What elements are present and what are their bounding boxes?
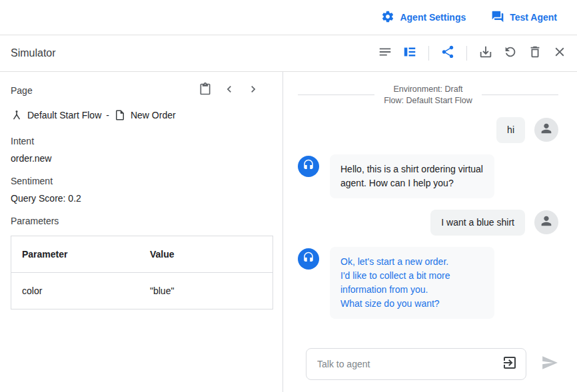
headset-icon [302, 252, 314, 266]
simulator-toolbar [377, 45, 568, 61]
test-agent-button[interactable]: Test Agent [491, 10, 557, 25]
user-message-bubble: I want a blue shirt [430, 210, 525, 236]
environment-flow: Flow: Default Start Flow [384, 95, 472, 106]
enter-input-icon [502, 355, 518, 373]
send-icon [541, 354, 558, 374]
user-avatar [534, 118, 558, 142]
page-file-icon [114, 109, 126, 121]
chat-message-agent: Ok, let's start a new order. I'd like to… [298, 247, 558, 319]
close-simulator-button[interactable] [552, 45, 568, 61]
trash-icon [528, 45, 542, 62]
settings-gear-icon [381, 10, 394, 25]
chevron-left-icon [223, 83, 236, 98]
page-label: Page [11, 85, 199, 96]
notes-icon [378, 45, 392, 62]
split-view-button[interactable] [402, 45, 418, 61]
sentiment-label: Sentiment [11, 176, 272, 186]
turn-details-panel: Page [0, 72, 283, 392]
page-actions [199, 83, 272, 98]
notes-view-button[interactable] [377, 45, 393, 61]
chat-bubbles-icon [491, 10, 504, 25]
submit-input-button[interactable] [502, 355, 518, 373]
chat-message-agent: Hello, this is a shirt ordering virtual … [298, 154, 558, 198]
user-message-bubble: hi [496, 117, 525, 143]
breadcrumb-flow-name[interactable]: Default Start Flow [27, 110, 101, 120]
graph-icon [440, 45, 455, 62]
agent-settings-label: Agent Settings [400, 12, 466, 23]
delete-conversation-button[interactable] [527, 45, 543, 61]
environment-name: Environment: Draft [384, 84, 472, 95]
talk-to-agent-input[interactable] [317, 359, 502, 369]
parameter-name-cell: color [11, 273, 140, 309]
copy-to-clipboard-button[interactable] [199, 83, 212, 98]
parameters-table: Parameter Value color "blue" [11, 236, 273, 309]
simulator-window: Agent Settings Test Agent Simulator [0, 0, 577, 392]
simulator-header: Simulator [0, 35, 577, 72]
divider [482, 95, 558, 95]
chat-input-row [298, 348, 558, 380]
chat-panel: Environment: Draft Flow: Default Start F… [283, 72, 577, 392]
page-title: Simulator [11, 47, 56, 59]
chat-input-box[interactable] [306, 348, 526, 380]
previous-turn-button[interactable] [223, 83, 236, 98]
send-message-button[interactable] [541, 354, 558, 374]
person-icon [539, 214, 554, 231]
sentiment-value: Query Score: 0.2 [11, 193, 272, 204]
parameter-value-cell: "blue" [139, 273, 273, 309]
table-row: color "blue" [11, 273, 273, 309]
reset-conversation-button[interactable] [502, 45, 518, 61]
save-conversation-button[interactable] [478, 45, 494, 61]
chevron-right-icon [247, 83, 260, 98]
chat-message-user: I want a blue shirt [298, 210, 558, 236]
clipboard-icon [199, 83, 212, 98]
breadcrumb-separator: - [106, 110, 109, 120]
next-turn-button[interactable] [247, 83, 260, 98]
agent-avatar [298, 156, 319, 177]
breadcrumb: Default Start Flow - New Order [11, 109, 272, 121]
parameters-label: Parameters [11, 216, 272, 226]
split-view-icon [402, 45, 417, 62]
intent-label: Intent [11, 136, 272, 146]
flow-graph-button[interactable] [440, 45, 456, 61]
agent-settings-button[interactable]: Agent Settings [381, 10, 466, 25]
test-agent-label: Test Agent [510, 12, 557, 23]
close-icon [552, 45, 567, 62]
person-icon [539, 121, 554, 138]
agent-message-bubble: Hello, this is a shirt ordering virtual … [330, 154, 494, 198]
refresh-icon [503, 45, 518, 62]
intent-value: order.new [11, 153, 272, 164]
table-header-row: Parameter Value [11, 236, 273, 273]
agent-avatar [298, 248, 319, 270]
page-row: Page [11, 83, 272, 98]
environment-header: Environment: Draft Flow: Default Start F… [298, 84, 558, 106]
breadcrumb-page-name[interactable]: New Order [131, 110, 176, 120]
top-bar: Agent Settings Test Agent [0, 0, 577, 35]
value-column-header: Value [139, 236, 273, 273]
flow-icon [11, 109, 23, 121]
environment-info: Environment: Draft Flow: Default Start F… [384, 84, 472, 106]
toolbar-divider [428, 46, 429, 61]
main-content: Page [0, 72, 577, 392]
agent-message-bubble: Ok, let's start a new order. I'd like to… [330, 247, 494, 319]
divider [298, 95, 374, 95]
headset-icon [302, 159, 314, 174]
parameter-column-header: Parameter [11, 236, 140, 273]
chat-message-user: hi [298, 117, 558, 143]
download-icon [478, 45, 493, 62]
toolbar-divider [466, 46, 467, 61]
user-avatar [534, 210, 558, 234]
